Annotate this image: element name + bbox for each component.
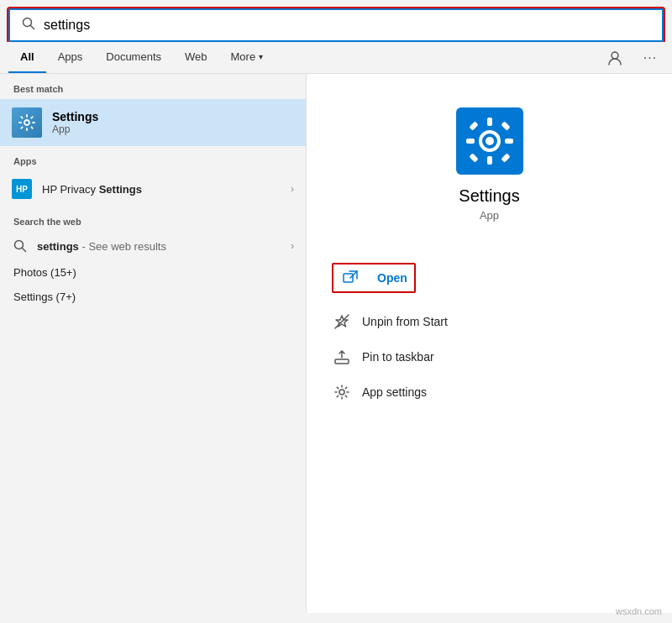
search-bar: settings — [8, 8, 664, 42]
hp-app-icon: HP — [12, 179, 32, 199]
web-search-text: settings - See web results — [37, 240, 166, 253]
open-highlight-box: Open — [332, 263, 416, 293]
settings-count-item[interactable]: Settings (7+) — [0, 285, 306, 309]
svg-rect-12 — [505, 139, 513, 144]
hp-logo-icon: HP — [12, 179, 32, 199]
svg-line-1 — [31, 26, 34, 29]
right-panel: Settings App Open — [307, 74, 672, 613]
app-detail-header: Settings App — [307, 74, 672, 255]
open-label: Open — [377, 271, 407, 285]
app-settings-label: App settings — [362, 385, 427, 399]
chevron-down-icon: ▾ — [259, 52, 263, 61]
pin-taskbar-icon — [332, 347, 352, 367]
app-settings-action[interactable]: App settings — [332, 374, 647, 410]
watermark: wsxdn.com — [616, 606, 662, 616]
hp-privacy-settings-item[interactable]: HP HP Privacy Settings › — [0, 171, 306, 207]
app-settings-icon — [332, 382, 352, 402]
web-query-bold: settings — [37, 240, 79, 253]
svg-rect-19 — [335, 359, 349, 364]
person-icon-button[interactable] — [601, 44, 628, 71]
best-match-info: Settings App — [52, 110, 98, 135]
action-list: Open Unpin from Start — [307, 255, 672, 410]
hp-item-arrow-icon: › — [291, 183, 294, 195]
svg-point-3 — [24, 120, 29, 125]
open-icon — [340, 268, 360, 288]
tab-web[interactable]: Web — [173, 42, 219, 73]
left-panel: Best match Settings App Apps HP HP Priva… — [0, 74, 307, 613]
hp-privacy-settings-label: HP Privacy Settings — [42, 183, 291, 196]
ellipsis-icon: ··· — [643, 50, 657, 65]
settings-gear-large-icon — [456, 107, 523, 175]
svg-rect-11 — [466, 139, 475, 144]
web-search-label: Search the web — [0, 207, 306, 232]
web-search-icon — [12, 238, 29, 254]
svg-rect-9 — [487, 118, 492, 126]
app-detail-type: App — [480, 209, 499, 222]
photos-item[interactable]: Photos (15+) — [0, 260, 306, 285]
pin-taskbar-label: Pin to taskbar — [362, 350, 434, 364]
main-content: Best match Settings App Apps HP HP Priva… — [0, 74, 672, 613]
svg-rect-10 — [487, 156, 492, 165]
best-match-item[interactable]: Settings App — [0, 99, 306, 146]
open-action[interactable]: Open — [332, 255, 647, 301]
web-search-item[interactable]: settings - See web results › — [0, 232, 306, 260]
ellipsis-icon-button[interactable]: ··· — [637, 44, 664, 71]
tab-more-label: More — [231, 50, 256, 63]
tab-all[interactable]: All — [8, 42, 46, 73]
svg-point-8 — [486, 137, 494, 145]
best-match-type: App — [52, 123, 98, 135]
search-icon — [22, 17, 35, 34]
tab-more[interactable]: More ▾ — [219, 42, 276, 73]
apps-section-label: Apps — [0, 146, 306, 171]
unpin-icon — [332, 312, 352, 332]
svg-point-2 — [612, 52, 618, 59]
unpin-start-action[interactable]: Unpin from Start — [332, 304, 647, 339]
tabs-row: All Apps Documents Web More ▾ ··· — [0, 42, 672, 74]
tabs-right-actions: ··· — [601, 44, 664, 71]
search-input[interactable]: settings — [44, 18, 650, 33]
best-match-name: Settings — [52, 110, 98, 123]
web-search-arrow-icon: › — [291, 240, 294, 252]
web-query-suffix: - See web results — [79, 240, 166, 253]
tab-apps[interactable]: Apps — [46, 42, 95, 73]
settings-app-icon — [12, 107, 42, 138]
svg-line-5 — [23, 249, 26, 252]
svg-point-20 — [339, 390, 344, 395]
tab-documents[interactable]: Documents — [94, 42, 173, 73]
svg-rect-17 — [344, 274, 353, 282]
best-match-label: Best match — [0, 74, 306, 99]
pin-taskbar-action[interactable]: Pin to taskbar — [332, 339, 647, 374]
app-detail-name: Settings — [459, 186, 519, 206]
unpin-label: Unpin from Start — [362, 315, 448, 328]
